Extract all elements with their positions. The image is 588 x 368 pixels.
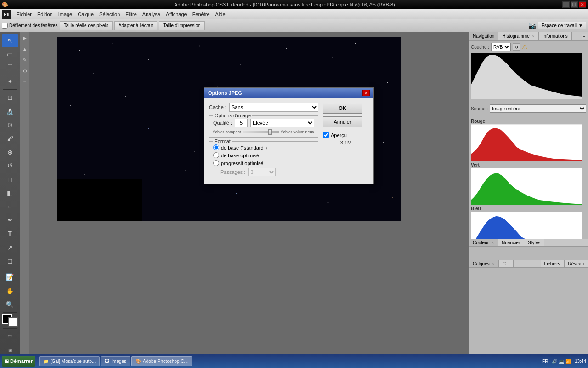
tool-crop[interactable]: ⊡	[2, 91, 18, 104]
dialog-title-text: Options JPEG	[208, 90, 242, 96]
format-radio-2-row: de base optimisé	[213, 152, 314, 158]
histogramme-close[interactable]: ×	[532, 34, 535, 39]
quality-row: Qualité : Elevée Très élevée Maximale Mo…	[213, 119, 314, 127]
couche-select[interactable]: RVB	[491, 43, 511, 51]
tab-histogramme[interactable]: Histogramme ×	[498, 32, 539, 40]
menu-image[interactable]: Image	[56, 11, 75, 18]
tool-spot-heal[interactable]: ⊙	[2, 118, 18, 132]
refresh-button[interactable]: ↻	[513, 43, 520, 51]
tool-zoom[interactable]: 🔍	[2, 298, 18, 311]
format-radio-progressif[interactable]	[213, 160, 219, 166]
tool-separator-4	[3, 328, 17, 329]
format-radio-base-standard[interactable]	[213, 144, 219, 150]
calques-close[interactable]: ×	[492, 262, 494, 266]
tool-notes[interactable]: 📝	[2, 270, 18, 284]
tool-magic-wand[interactable]: ✦	[2, 75, 18, 88]
panel-collapse-btn[interactable]: «	[582, 34, 587, 39]
background-color[interactable]	[8, 317, 18, 327]
tool-move[interactable]: ↖	[2, 34, 18, 47]
tab-styles[interactable]: Styles	[524, 239, 544, 246]
tool-history-brush[interactable]: ↺	[2, 159, 18, 172]
menu-selection[interactable]: Sélection	[96, 11, 123, 18]
taille-impression-button[interactable]: Taille d'impression	[159, 21, 204, 30]
source-select[interactable]: Image entière	[490, 104, 586, 113]
taskbar-icon-images: 🖼	[105, 359, 109, 364]
tool-dodge[interactable]: ○	[2, 200, 18, 213]
deflitement-checkbox[interactable]	[2, 23, 8, 29]
tool-select-rect[interactable]: ▭	[2, 48, 18, 61]
minimize-button[interactable]: ─	[562, 1, 570, 8]
cache-select[interactable]: Sans	[229, 103, 318, 112]
ok-button[interactable]: OK	[323, 103, 362, 114]
quality-level-select[interactable]: Elevée Très élevée Maximale Moyenne Faib…	[250, 119, 314, 127]
format-group: Format de base ("standard") de base opti…	[209, 141, 318, 179]
tool-gradient[interactable]: ◧	[2, 186, 18, 200]
tab-couleur[interactable]: Couleur ×	[469, 239, 498, 246]
apercu-row: Aperçu	[323, 132, 369, 138]
dialog-close-button[interactable]: ✕	[362, 90, 370, 96]
side-icon-4[interactable]: ⚙	[21, 67, 28, 75]
passages-select: 3	[248, 168, 276, 176]
dialog-title-bar: Options JPEG ✕	[204, 88, 373, 98]
close-button[interactable]: ✕	[579, 1, 586, 8]
tab-reseau[interactable]: Réseau	[565, 260, 588, 267]
tool-shape[interactable]: ◻	[2, 254, 18, 268]
tab-navigation[interactable]: Navigation	[469, 32, 498, 40]
tool-pen[interactable]: ✒	[2, 213, 18, 227]
workspace-label: Espace de travail	[541, 23, 577, 28]
calques-panel-tabs: Calques × C... Fichiers Réseau	[469, 260, 588, 268]
tool-brush[interactable]: 🖌	[2, 132, 18, 145]
side-icon-3[interactable]: ✎	[21, 56, 28, 63]
menu-filtre[interactable]: Filtre	[123, 11, 139, 18]
deflitement-checkbox-area[interactable]: Défilement des fenêtres	[2, 23, 58, 29]
couleur-panel-content	[469, 247, 588, 260]
menu-edition[interactable]: Edition	[34, 11, 56, 18]
tab-fichiers[interactable]: Fichiers	[541, 260, 565, 267]
format-radio-1-row: de base ("standard")	[213, 144, 314, 150]
taille-reelle-button[interactable]: Taille réelle des pixels	[60, 21, 113, 30]
main-histogram-canvas	[471, 53, 582, 99]
tab-informations[interactable]: Informations	[539, 32, 572, 40]
tool-hand[interactable]: ✋	[2, 284, 18, 298]
tool-clone[interactable]: ⊕	[2, 145, 18, 159]
side-icon-1[interactable]: ▶	[21, 34, 28, 41]
format-radio-progressif-label: progressif optimisé	[221, 161, 263, 166]
color-swatch[interactable]	[2, 314, 18, 328]
tab-nuancier[interactable]: Nuancier	[498, 239, 524, 246]
side-icon-5[interactable]: ≡	[21, 78, 28, 86]
side-icon-2[interactable]: ▲	[21, 45, 28, 52]
tool-path-select[interactable]: ↗	[2, 241, 18, 254]
workspace-selector[interactable]: Espace de travail ▼	[538, 22, 586, 29]
quality-slider-thumb[interactable]	[268, 129, 272, 135]
quality-slider-track[interactable]	[243, 131, 279, 133]
tool-eraser[interactable]: ◻	[2, 172, 18, 186]
tool-eyedropper[interactable]: 🔬	[2, 105, 18, 118]
tool-lasso[interactable]: ⌒	[2, 61, 18, 75]
side-icons-strip: ▶ ▲ ✎ ⚙ ≡	[20, 32, 29, 359]
adapter-ecran-button[interactable]: Adapter à l'écran	[114, 21, 157, 30]
dialog-left-panel: Cache : Sans Options d'image Qualité :	[209, 103, 318, 179]
annuler-button[interactable]: Annuler	[323, 116, 362, 127]
menu-calque[interactable]: Calque	[75, 11, 96, 18]
format-radio-base-optimise[interactable]	[213, 152, 219, 158]
window-title: Adobe Photoshop CS3 Extended - [IC10Pano…	[8, 2, 562, 7]
tool-text[interactable]: T	[2, 227, 18, 241]
tool-quick-mask[interactable]: ⬚	[2, 330, 18, 344]
tab-calques[interactable]: Calques ×	[469, 260, 499, 267]
menu-analyse[interactable]: Analyse	[140, 11, 163, 18]
clock: 13:44	[575, 359, 586, 364]
menu-bar: Ps Fichier Edition Image Calque Sélectio…	[0, 9, 588, 19]
cache-row: Cache : Sans	[209, 103, 318, 112]
menu-fichier[interactable]: Fichier	[14, 11, 34, 18]
dialog-overlay: Options JPEG ✕ Cache : Sans	[29, 32, 469, 359]
quality-input[interactable]	[235, 119, 248, 127]
couleur-close[interactable]: ×	[492, 241, 494, 245]
slider-left-label: fichier compact	[213, 130, 241, 134]
menu-fenetre[interactable]: Fenêtre	[190, 11, 213, 18]
tab-c-dots[interactable]: C...	[499, 260, 514, 267]
menu-aide[interactable]: Aide	[213, 11, 228, 18]
passages-label: Passages :	[220, 169, 245, 175]
menu-affichage[interactable]: Affichage	[163, 11, 190, 18]
restore-button[interactable]: ❐	[571, 1, 578, 8]
apercu-checkbox[interactable]	[323, 132, 329, 138]
